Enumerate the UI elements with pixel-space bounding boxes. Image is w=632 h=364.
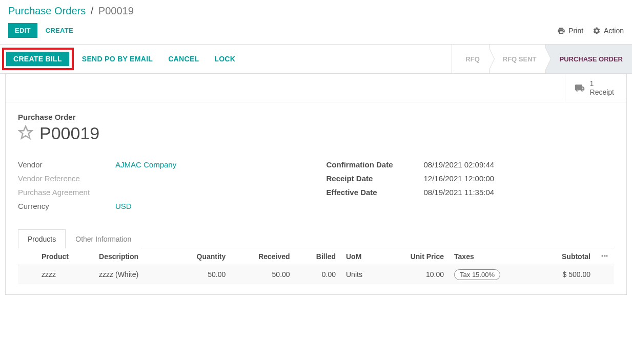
more-icon: ⋮ (601, 252, 609, 259)
status-step-rfq-sent[interactable]: RFQ SENT (489, 45, 546, 73)
receipt-stat-text: 1 Receipt (590, 79, 614, 97)
print-button[interactable]: Print (557, 27, 583, 35)
print-icon (557, 27, 565, 35)
receipt-count: 1 (590, 79, 614, 88)
fields-left: Vendor AJMAC Company Vendor Reference Pu… (18, 158, 306, 213)
statusbar-actions: CREATE BILL SEND PO BY EMAIL CANCEL LOCK (0, 45, 248, 73)
breadcrumb: Purchase Orders / P00019 (0, 0, 632, 19)
cell-billed: 0.00 (295, 265, 341, 284)
cell-subtotal: $ 500.00 (536, 265, 596, 284)
action-button[interactable]: Action (593, 27, 624, 35)
cell-product: zzzz (36, 265, 94, 284)
button-box: 1 Receipt (6, 74, 626, 102)
toolbar: EDIT CREATE Print Action (0, 19, 632, 44)
currency-label: Currency (18, 202, 115, 210)
cell-unit-price: 10.00 (382, 265, 449, 284)
purchase-order-label: Purchase Order (18, 113, 614, 121)
cancel-button[interactable]: CANCEL (161, 52, 206, 66)
th-more[interactable]: ⋮ (596, 248, 614, 265)
tab-other-information[interactable]: Other Information (66, 229, 141, 248)
toolbar-left: EDIT CREATE (8, 23, 79, 38)
lock-button[interactable]: LOCK (207, 52, 242, 66)
toolbar-right: Print Action (557, 27, 624, 35)
th-quantity[interactable]: Quantity (170, 248, 231, 265)
gear-icon (593, 27, 601, 35)
confirmation-date-value: 08/19/2021 02:09:44 (424, 160, 495, 169)
th-billed[interactable]: Billed (295, 248, 341, 265)
statusbar: CREATE BILL SEND PO BY EMAIL CANCEL LOCK… (0, 44, 632, 74)
create-bill-button[interactable]: CREATE BILL (6, 52, 69, 66)
receipt-label: Receipt (590, 88, 614, 97)
tab-products[interactable]: Products (18, 229, 66, 248)
cell-uom: Units (341, 265, 382, 284)
tax-chip: Tax 15.00% (454, 269, 500, 280)
order-lines-table: Product Description Quantity Received Bi… (18, 248, 614, 284)
status-step-purchase-order[interactable]: PURCHASE ORDER (545, 45, 632, 73)
th-received[interactable]: Received (231, 248, 295, 265)
vendor-ref-label: Vendor Reference (18, 174, 115, 183)
cell-taxes: Tax 15.00% (449, 265, 536, 284)
vendor-label: Vendor (18, 160, 115, 169)
cell-quantity: 50.00 (170, 265, 231, 284)
receipt-stat-button[interactable]: 1 Receipt (565, 74, 626, 102)
tabs: Products Other Information (18, 229, 614, 248)
effective-date-value: 08/19/2021 11:35:04 (424, 188, 495, 197)
currency-value[interactable]: USD (115, 202, 132, 210)
th-product[interactable]: Product (36, 248, 94, 265)
truck-icon (574, 83, 586, 93)
cell-received: 50.00 (231, 265, 295, 284)
status-steps: RFQ RFQ SENT PURCHASE ORDER (452, 45, 632, 73)
th-drag (18, 248, 36, 265)
highlight-box: CREATE BILL (2, 48, 74, 70)
effective-date-label: Effective Date (327, 188, 424, 197)
th-uom[interactable]: UoM (341, 248, 382, 265)
send-po-button[interactable]: SEND PO BY EMAIL (75, 52, 160, 66)
table-row[interactable]: zzzz zzzz (White) 50.00 50.00 0.00 Units… (18, 265, 614, 284)
create-button[interactable]: CREATE (39, 24, 79, 37)
cell-description: zzzz (White) (94, 265, 170, 284)
action-label: Action (604, 27, 624, 35)
vendor-value[interactable]: AJMAC Company (115, 160, 176, 169)
print-label: Print (568, 27, 583, 35)
fields-right: Confirmation Date 08/19/2021 02:09:44 Re… (327, 158, 615, 213)
form-sheet: 1 Receipt Purchase Order P00019 Vendor A… (5, 74, 627, 295)
favorite-star-icon[interactable] (18, 125, 33, 142)
receipt-date-label: Receipt Date (327, 174, 424, 183)
svg-marker-0 (19, 126, 32, 138)
th-subtotal[interactable]: Subtotal (536, 248, 596, 265)
th-unit-price[interactable]: Unit Price (382, 248, 449, 265)
breadcrumb-separator: / (91, 5, 94, 16)
agreement-label: Purchase Agreement (18, 188, 115, 197)
confirmation-date-label: Confirmation Date (327, 160, 424, 169)
breadcrumb-root[interactable]: Purchase Orders (8, 5, 86, 16)
po-number: P00019 (39, 123, 99, 143)
th-description[interactable]: Description (94, 248, 170, 265)
edit-button[interactable]: EDIT (8, 23, 37, 38)
receipt-date-value: 12/16/2021 12:00:00 (424, 174, 495, 183)
th-taxes[interactable]: Taxes (449, 248, 536, 265)
status-step-rfq[interactable]: RFQ (452, 45, 488, 73)
breadcrumb-current: P00019 (98, 5, 134, 16)
